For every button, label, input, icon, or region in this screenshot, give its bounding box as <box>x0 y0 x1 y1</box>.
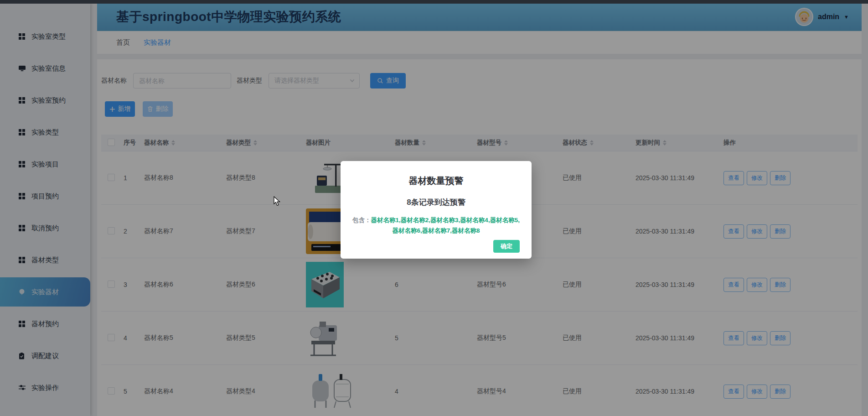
modal-subtitle: 8条记录到达预警 <box>341 197 532 208</box>
modal-prefix: 包含： <box>352 217 371 224</box>
warning-modal: 器材数量预警 8条记录到达预警 包含：器材名称1,器材名称2,器材名称3,器材名… <box>341 161 532 259</box>
mouse-cursor <box>274 196 282 206</box>
modal-body: 包含：器材名称1,器材名称2,器材名称3,器材名称4,器材名称5,器材名称6,器… <box>351 215 521 236</box>
modal-warning-items: 器材名称1,器材名称2,器材名称3,器材名称4,器材名称5,器材名称6,器材名称… <box>371 217 520 234</box>
confirm-button[interactable]: 确定 <box>493 240 520 253</box>
application-window: 实验室类型实验室信息实验室预约实验类型实验项目项目预约取消预约器材类型实验器材器… <box>0 0 868 416</box>
modal-title: 器材数量预警 <box>341 161 532 187</box>
